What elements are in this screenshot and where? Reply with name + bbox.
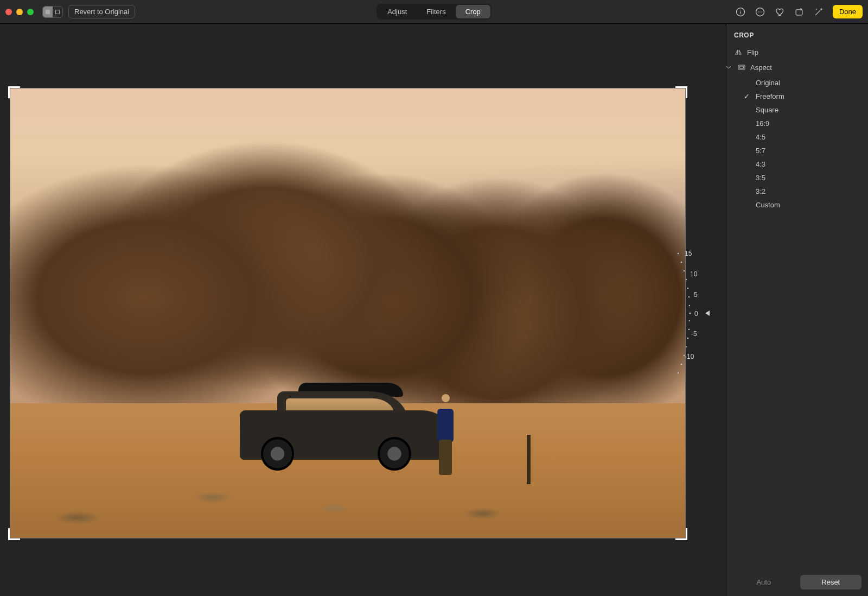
flip-label: Flip [747,48,758,56]
dial-tick-n10: -10 [685,353,694,360]
svg-point-17 [688,329,690,330]
crop-handle-top-left[interactable] [8,86,20,98]
svg-point-4 [758,11,759,12]
svg-point-16 [689,320,690,321]
svg-point-8 [678,253,679,254]
dial-tick-0: 0 [694,310,698,318]
tab-filters[interactable]: Filters [417,5,455,18]
tab-crop[interactable]: Crop [456,5,490,18]
aspect-option-label: 16:9 [756,119,769,128]
dial-tick-5: 5 [694,291,698,299]
auto-crop-button[interactable]: Auto [733,575,795,589]
svg-point-12 [687,288,688,289]
aspect-option-3-2[interactable]: 3:2 [726,185,868,198]
more-options-icon[interactable] [755,7,765,17]
compare-toggle[interactable] [42,6,63,18]
edit-mode-tabs: Adjust Filters Crop [376,4,492,20]
fullscreen-window-button[interactable] [27,9,34,15]
chevron-down-icon [724,63,733,72]
rotate-icon[interactable] [794,7,805,17]
aspect-option-freeform[interactable]: ✓Freeform [726,90,868,103]
aspect-option-label: Original [756,79,780,87]
aspect-disclosure[interactable]: Aspect [726,60,868,75]
done-button[interactable]: Done [833,5,863,18]
dial-tick-10: 10 [690,270,698,278]
checkmark-icon: ✓ [743,92,750,100]
svg-point-9 [681,262,682,263]
aspect-option-square[interactable]: Square [726,103,868,117]
aspect-icon [737,63,746,72]
photo-person [436,394,456,475]
svg-rect-24 [740,66,744,68]
svg-point-6 [761,11,762,12]
svg-rect-7 [796,9,802,15]
svg-point-22 [678,372,679,373]
favorite-icon[interactable] [774,7,785,17]
straighten-dial[interactable]: 15 10 5 0 -5 -10 [663,243,717,384]
crop-frame[interactable]: 15 10 5 0 -5 -10 [10,88,686,538]
dial-tick-15: 15 [685,250,692,257]
dial-pointer-icon [705,310,710,316]
minimize-window-button[interactable] [16,9,23,15]
crop-handle-bottom-right[interactable] [675,528,687,540]
reset-crop-button[interactable]: Reset [800,575,862,589]
svg-point-18 [687,338,688,339]
svg-rect-23 [738,65,745,69]
aspect-option-5-7[interactable]: 5:7 [726,144,868,157]
auto-enhance-icon[interactable] [813,7,824,17]
svg-point-13 [688,296,690,297]
aspect-option-4-5[interactable]: 4:5 [726,130,868,144]
aspect-option-16-9[interactable]: 16:9 [726,117,868,130]
aspect-option-label: 4:3 [756,160,765,168]
aspect-label: Aspect [750,64,772,72]
compare-before-icon [43,7,53,17]
sidebar-footer: Auto Reset [726,568,868,596]
aspect-option-label: Custom [756,201,780,209]
svg-point-19 [686,346,687,347]
flip-button[interactable]: Flip [726,45,868,60]
editor-canvas: 15 10 5 0 -5 -10 [0,24,726,596]
compare-after-icon [53,7,62,17]
revert-to-original-button[interactable]: Revert to Original [68,5,135,18]
aspect-option-3-5[interactable]: 3:5 [726,171,868,185]
aspect-option-original[interactable]: Original [726,76,868,90]
aspect-option-label: Square [756,106,778,114]
aspect-option-label: 5:7 [756,147,765,155]
svg-point-14 [689,305,690,306]
aspect-option-4-3[interactable]: 4:3 [726,157,868,171]
svg-point-2 [740,10,741,10]
crop-sidebar: CROP Flip Aspect Original✓FreeformSquare… [726,24,868,596]
tab-adjust[interactable]: Adjust [378,5,417,18]
aspect-options-list: Original✓FreeformSquare16:94:55:74:33:53… [726,75,868,215]
photo-post [527,435,531,484]
svg-point-11 [686,279,687,280]
sidebar-title: CROP [726,24,868,45]
aspect-option-label: Freeform [756,92,784,100]
aspect-option-label: 3:2 [756,187,765,195]
svg-point-5 [760,11,761,12]
close-window-button[interactable] [5,9,12,15]
aspect-option-label: 4:5 [756,133,765,141]
window-controls [5,9,34,15]
svg-point-21 [681,364,682,365]
dial-tick-n5: -5 [691,330,697,338]
aspect-option-label: 3:5 [756,174,765,182]
info-icon[interactable] [735,7,746,17]
photo-preview[interactable] [10,88,686,538]
crop-handle-top-right[interactable] [675,86,687,98]
flip-icon [734,48,743,56]
toolbar: Revert to Original Adjust Filters Crop D… [0,0,868,24]
photo-suv [240,381,449,471]
aspect-option-custom[interactable]: Custom [726,198,868,212]
svg-point-15 [689,312,691,314]
svg-point-10 [684,270,685,271]
crop-handle-bottom-left[interactable] [8,528,20,540]
